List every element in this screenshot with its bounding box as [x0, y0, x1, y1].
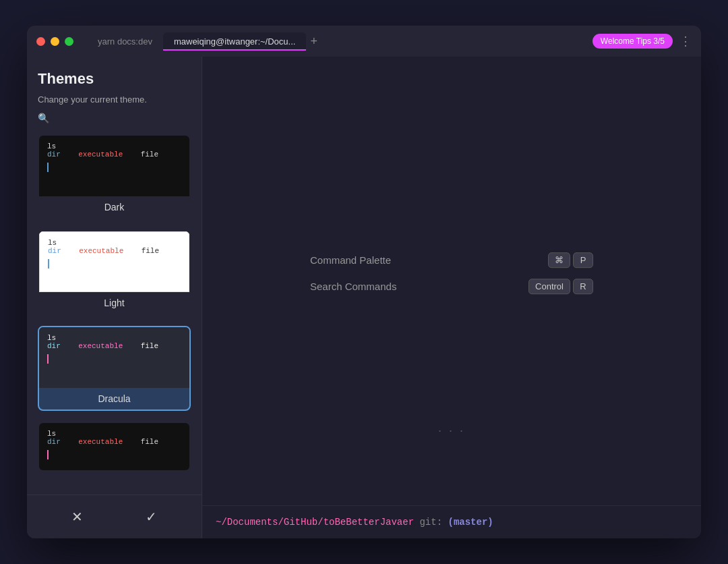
command-overlay: Command Palette ⌘ P Search Commands Cont…: [310, 250, 593, 302]
theme-card-dark2[interactable]: ls dir executable file: [38, 422, 191, 472]
theme-card-dark[interactable]: ls dir executable file Dark: [38, 134, 191, 219]
theme-name-dracula: Dracula: [39, 388, 189, 410]
terminal-body: Command Palette ⌘ P Search Commands Cont…: [202, 57, 701, 505]
traffic-lights: [36, 37, 73, 46]
close-button[interactable]: [36, 37, 45, 46]
kbd-r: R: [573, 279, 593, 294]
sidebar-subtitle: Change your current theme.: [38, 94, 191, 105]
confirm-button[interactable]: ✓: [139, 505, 163, 529]
prompt-git-label: git:: [419, 517, 442, 528]
search-icon[interactable]: 🔍: [38, 113, 191, 123]
theme-card-dracula[interactable]: ls dir executable file Dracula: [38, 326, 191, 411]
theme-card-light[interactable]: ls dir executable file Light: [38, 230, 191, 315]
title-bar-right: Welcome Tips 3/5 ⋮: [593, 34, 692, 49]
tab-inactive[interactable]: yarn docs:dev: [87, 32, 163, 51]
maximize-button[interactable]: [65, 37, 73, 46]
dots-indicator: · · ·: [438, 424, 465, 438]
sidebar-title: Themes: [38, 70, 191, 88]
command-palette-kbd: ⌘ P: [548, 252, 593, 268]
prompt-path: ~/Documents/GitHub/toBeBetterJavaer: [216, 517, 414, 528]
tab-active[interactable]: maweiqing@itwanger:~/Docu...: [163, 32, 306, 51]
title-bar: yarn docs:dev maweiqing@itwanger:~/Docu.…: [27, 26, 701, 57]
prompt-branch: (master): [448, 517, 493, 528]
search-commands-kbd: Control R: [528, 279, 593, 294]
theme-name-light: Light: [39, 292, 189, 314]
welcome-badge[interactable]: Welcome Tips 3/5: [593, 34, 673, 49]
more-options-icon[interactable]: ⋮: [679, 34, 692, 49]
theme-name-dark: Dark: [39, 196, 189, 218]
kbd-control: Control: [528, 279, 570, 294]
sidebar: Themes Change your current theme. 🔍 ls d…: [27, 57, 202, 538]
search-commands-label: Search Commands: [310, 281, 396, 292]
tab-area: yarn docs:dev maweiqing@itwanger:~/Docu.…: [87, 32, 593, 51]
terminal-prompt: ~/Documents/GitHub/toBeBetterJavaer git:…: [202, 505, 701, 538]
minimize-button[interactable]: [51, 37, 59, 46]
app-window: yarn docs:dev maweiqing@itwanger:~/Docu.…: [27, 26, 701, 538]
theme-preview-dark2: ls dir executable file: [39, 423, 189, 470]
sidebar-scroll-area[interactable]: Themes Change your current theme. 🔍 ls d…: [27, 57, 202, 495]
terminal-area: Command Palette ⌘ P Search Commands Cont…: [202, 57, 701, 538]
theme-preview-dark: ls dir executable file: [39, 136, 189, 196]
kbd-p: P: [573, 252, 593, 268]
sidebar-footer: ✕ ✓: [27, 495, 202, 538]
theme-preview-light: ls dir executable file: [39, 231, 189, 292]
tab-add-button[interactable]: +: [310, 34, 317, 49]
main-content: Themes Change your current theme. 🔍 ls d…: [27, 57, 701, 538]
command-palette-row: Command Palette ⌘ P: [310, 250, 593, 271]
theme-preview-dracula: ls dir executable file: [39, 327, 189, 388]
command-palette-label: Command Palette: [310, 254, 391, 266]
search-commands-row: Search Commands Control R: [310, 276, 593, 297]
cancel-button[interactable]: ✕: [65, 505, 90, 529]
kbd-cmd: ⌘: [548, 252, 570, 268]
